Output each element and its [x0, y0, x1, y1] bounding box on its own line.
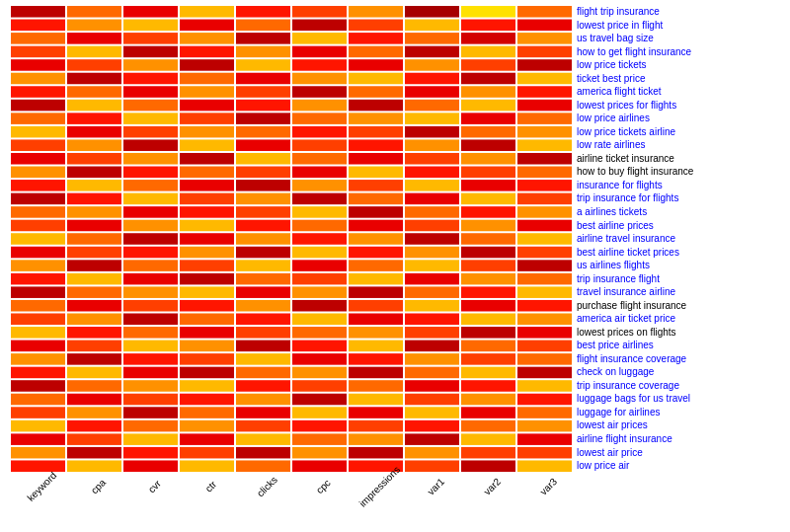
row-label-0: flight trip insurance	[577, 5, 780, 19]
row-label-20: trip insurance flight	[577, 272, 780, 286]
row-label-16: best airline prices	[577, 219, 780, 233]
row-label-33: lowest air price	[577, 446, 780, 460]
row-label-27: check on luggage	[577, 365, 780, 379]
row-label-9: low price tickets airline	[577, 125, 780, 139]
row-label-18: best airline ticket prices	[577, 246, 780, 260]
row-label-21: travel insurance airline	[577, 285, 780, 299]
row-label-2: us travel bag size	[577, 32, 780, 45]
row-label-7: lowest prices for flights	[577, 99, 780, 113]
row-label-1: lowest price in flight	[577, 19, 780, 33]
row-label-17: airline travel insurance	[577, 232, 780, 246]
row-label-30: luggage for airlines	[577, 406, 780, 419]
row-label-5: ticket best price	[577, 72, 780, 86]
row-label-15: a airlines tickets	[577, 205, 780, 219]
heatmap-area: keywordcpacvrctrclickscpcimpressionsvar1…	[10, 5, 573, 532]
row-label-19: us airlines flights	[577, 259, 780, 272]
row-label-12: how to buy flight insurance	[577, 165, 780, 179]
row-label-4: low price tickets	[577, 58, 780, 72]
row-label-6: america flight ticket	[577, 85, 780, 99]
x-axis-labels: keywordcpacvrctrclickscpcimpressionsvar1…	[10, 475, 573, 532]
chart-container: keywordcpacvrctrclickscpcimpressionsvar1…	[0, 0, 790, 532]
row-label-23: america air ticket price	[577, 312, 780, 326]
row-label-32: airline flight insurance	[577, 432, 780, 446]
row-labels: flight trip insurancelowest price in fli…	[573, 5, 780, 473]
row-label-25: best price airlines	[577, 339, 780, 352]
row-label-29: luggage bags for us travel	[577, 392, 780, 406]
row-label-3: how to get flight insurance	[577, 45, 780, 59]
row-label-26: flight insurance coverage	[577, 352, 780, 366]
row-label-22: purchase flight insurance	[577, 299, 780, 313]
row-label-14: trip insurance for flights	[577, 191, 780, 205]
row-label-11: airline ticket insurance	[577, 152, 780, 166]
row-label-31: lowest air prices	[577, 418, 780, 432]
row-label-28: trip insurance coverage	[577, 379, 780, 393]
heatmap-canvas	[10, 5, 573, 473]
row-label-8: low price airlines	[577, 112, 780, 125]
x-label-var3: var3	[524, 463, 604, 532]
row-label-24: lowest prices on flights	[577, 326, 780, 340]
row-label-13: insurance for flights	[577, 179, 780, 192]
row-label-34: low price air	[577, 459, 780, 473]
row-label-10: low rate airlines	[577, 138, 780, 152]
